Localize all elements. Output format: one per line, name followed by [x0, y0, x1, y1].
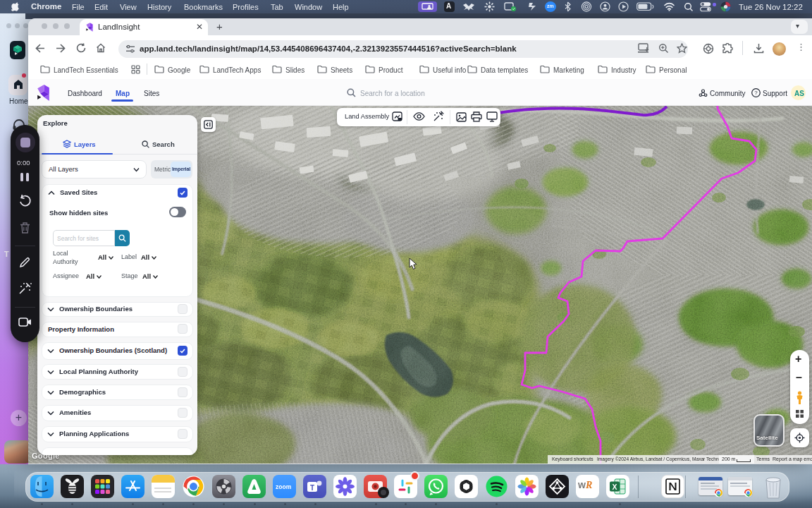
svg-text:T: T — [309, 484, 314, 492]
svg-text:?: ? — [754, 90, 758, 96]
svg-text:X: X — [612, 483, 617, 491]
